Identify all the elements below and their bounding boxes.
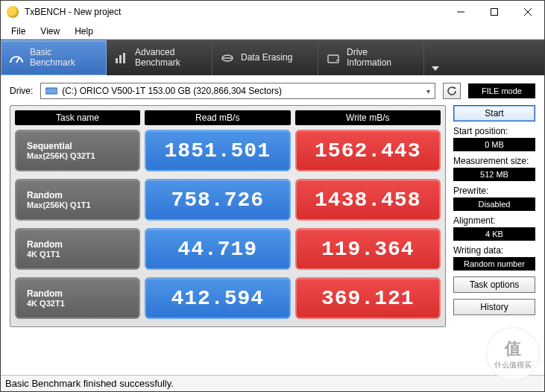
tab-label: Advanced Benchmark bbox=[135, 48, 180, 67]
svg-rect-11 bbox=[45, 88, 57, 94]
side-panel: Start Start position: 0 MB Measurement s… bbox=[453, 105, 535, 327]
start-position-label: Start position: bbox=[453, 126, 535, 136]
menu-view[interactable]: View bbox=[33, 25, 67, 38]
svg-marker-12 bbox=[454, 86, 456, 89]
menubar: File View Help bbox=[1, 23, 544, 39]
task-line1: Random bbox=[27, 190, 139, 200]
menu-help[interactable]: Help bbox=[67, 25, 101, 38]
table-row: Random Max(256K) Q1T1 758.726 1438.458 bbox=[15, 179, 441, 221]
menu-file[interactable]: File bbox=[4, 25, 33, 38]
app-icon bbox=[7, 6, 19, 18]
task-line1: Random bbox=[27, 288, 139, 299]
read-value[interactable]: 1851.501 bbox=[145, 130, 291, 171]
svg-marker-10 bbox=[432, 66, 439, 71]
tab-label: Drive Information bbox=[347, 48, 391, 67]
read-value[interactable]: 412.594 bbox=[145, 277, 291, 319]
header-write: Write mB/s bbox=[295, 110, 441, 125]
write-value[interactable]: 119.364 bbox=[295, 228, 441, 270]
tab-label: Data Erasing bbox=[241, 53, 292, 63]
drive-icon bbox=[326, 51, 341, 66]
history-button[interactable]: History bbox=[453, 299, 535, 315]
read-value[interactable]: 758.726 bbox=[145, 179, 291, 221]
titlebar: TxBENCH - New project bbox=[1, 1, 544, 23]
maximize-icon bbox=[491, 8, 498, 16]
erase-icon bbox=[220, 51, 235, 66]
gauge-icon bbox=[9, 51, 24, 66]
task-line2: Max(256K) Q32T1 bbox=[27, 151, 139, 160]
write-value[interactable]: 1438.458 bbox=[295, 179, 441, 221]
write-value[interactable]: 1562.443 bbox=[295, 130, 441, 171]
status-text: Basic Benchmark finished successfully. bbox=[5, 378, 174, 389]
close-icon bbox=[524, 8, 532, 16]
header-task: Task name bbox=[15, 110, 140, 125]
task-cell[interactable]: Random Max(256K) Q1T1 bbox=[15, 179, 140, 221]
drive-row: Drive: (C:) ORICO V500-1T 153.00 GB (320… bbox=[1, 75, 544, 105]
svg-rect-7 bbox=[123, 53, 125, 63]
results-panel: Task name Read mB/s Write mB/s Sequentia… bbox=[10, 105, 446, 327]
svg-rect-1 bbox=[491, 9, 497, 16]
file-mode-indicator: FILE mode bbox=[468, 83, 535, 98]
status-bar: Basic Benchmark finished successfully. bbox=[1, 375, 544, 391]
prewrite-value: Disabled bbox=[453, 197, 535, 211]
chevron-down-icon: ▾ bbox=[426, 87, 430, 95]
tab-overflow-button[interactable] bbox=[424, 40, 447, 75]
task-cell[interactable]: Sequential Max(256K) Q32T1 bbox=[15, 130, 140, 171]
svg-rect-8 bbox=[328, 55, 338, 63]
disk-icon bbox=[45, 86, 57, 95]
svg-line-4 bbox=[16, 57, 19, 63]
tab-advanced-benchmark[interactable]: Advanced Benchmark bbox=[107, 40, 212, 75]
bars-icon bbox=[114, 51, 129, 66]
task-options-button[interactable]: Task options bbox=[453, 276, 535, 293]
writing-data-label: Writing data: bbox=[453, 245, 535, 256]
svg-point-9 bbox=[336, 60, 338, 61]
task-cell[interactable]: Random 4K Q32T1 bbox=[15, 277, 140, 319]
drive-select-value: (C:) ORICO V500-1T 153.00 GB (320,866,30… bbox=[62, 86, 282, 96]
measurement-size-value: 512 MB bbox=[453, 168, 535, 181]
task-line2: Max(256K) Q1T1 bbox=[27, 200, 139, 209]
window-title: TxBENCH - New project bbox=[25, 7, 121, 17]
drive-label: Drive: bbox=[10, 86, 33, 96]
tab-label: Basic Benchmark bbox=[30, 48, 75, 67]
svg-rect-5 bbox=[116, 58, 118, 63]
table-row: Sequential Max(256K) Q32T1 1851.501 1562… bbox=[15, 130, 441, 171]
watermark: 值 什么值得买 bbox=[486, 327, 540, 381]
start-button[interactable]: Start bbox=[453, 105, 535, 121]
alignment-label: Alignment: bbox=[453, 215, 535, 226]
tab-drive-information[interactable]: Drive Information bbox=[318, 40, 424, 75]
table-row: Random 4K Q32T1 412.594 369.121 bbox=[15, 277, 441, 319]
measurement-size-label: Measurement size: bbox=[453, 156, 535, 166]
writing-data-value: Random number bbox=[453, 257, 535, 271]
tab-bar: Basic Benchmark Advanced Benchmark Data … bbox=[1, 39, 544, 75]
drive-select[interactable]: (C:) ORICO V500-1T 153.00 GB (320,866,30… bbox=[40, 83, 435, 99]
start-position-value: 0 MB bbox=[453, 138, 535, 151]
minimize-button[interactable] bbox=[444, 1, 477, 23]
read-value[interactable]: 44.719 bbox=[145, 228, 291, 270]
refresh-button[interactable] bbox=[443, 83, 461, 99]
refresh-icon bbox=[447, 86, 457, 96]
close-button[interactable] bbox=[511, 1, 544, 23]
task-line1: Sequential bbox=[27, 141, 139, 151]
minimize-icon bbox=[457, 8, 464, 16]
write-value[interactable]: 369.121 bbox=[295, 277, 441, 319]
prewrite-label: Prewrite: bbox=[453, 186, 535, 196]
alignment-value: 4 KB bbox=[453, 227, 535, 241]
maximize-button[interactable] bbox=[477, 1, 511, 23]
header-read: Read mB/s bbox=[145, 110, 291, 125]
tab-data-erasing[interactable]: Data Erasing bbox=[212, 40, 318, 75]
chevron-down-icon bbox=[432, 66, 439, 71]
task-line1: Random bbox=[27, 239, 139, 250]
task-line2: 4K Q1T1 bbox=[27, 250, 139, 259]
task-cell[interactable]: Random 4K Q1T1 bbox=[15, 228, 140, 270]
task-line2: 4K Q32T1 bbox=[27, 299, 139, 308]
table-row: Random 4K Q1T1 44.719 119.364 bbox=[15, 228, 441, 270]
tab-basic-benchmark[interactable]: Basic Benchmark bbox=[1, 40, 107, 75]
svg-rect-6 bbox=[119, 55, 122, 63]
